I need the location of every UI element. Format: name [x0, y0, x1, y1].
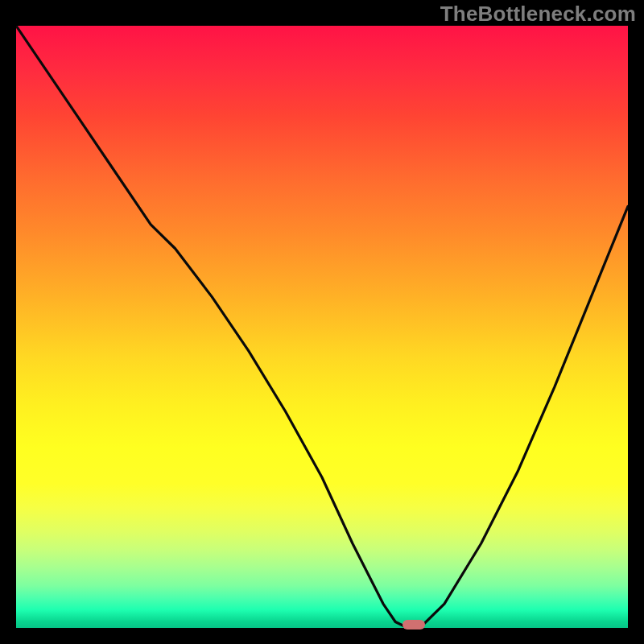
plot-area: [16, 26, 628, 628]
bottleneck-curve: [16, 26, 628, 628]
chart-frame: TheBottleneck.com: [0, 0, 644, 644]
optimum-marker: [402, 620, 425, 630]
watermark-text: TheBottleneck.com: [440, 2, 636, 27]
